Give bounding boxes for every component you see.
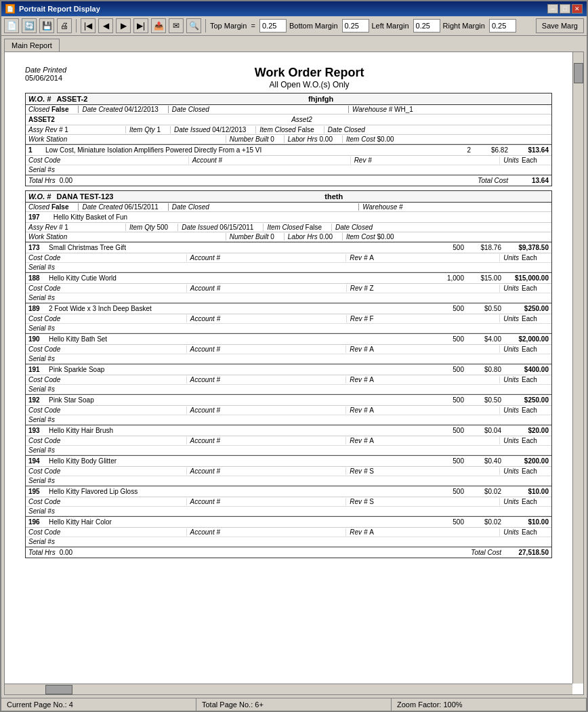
rev-label-1-1: Rev #	[354, 156, 372, 164]
serial-196: Serial #s	[26, 537, 551, 547]
date-created-label-2: Date Created	[82, 203, 124, 211]
item-cost-val-2: $0.00	[377, 233, 394, 240]
bottom-margin-input[interactable]	[342, 19, 369, 33]
total-cost-label-1: Total Cost	[478, 177, 508, 184]
item-num-1-1: 1	[28, 146, 45, 154]
item-detail-192: Cost Code Account # Rev # A Units Each	[26, 406, 551, 415]
top-margin-equals: =	[249, 22, 257, 30]
item-closed-val-1: False	[297, 126, 314, 133]
total-hrs-val-1: 0.00	[60, 177, 72, 184]
item-total-1-1: $13.64	[508, 146, 549, 154]
wo-num-1: ASSET-2	[56, 95, 87, 103]
work-station-label-2: Work Station	[28, 233, 67, 240]
left-margin-label: Left Margin	[372, 22, 409, 30]
prev-page-button[interactable]: ◀	[98, 18, 113, 33]
date-printed-value: 05/06/2014	[25, 74, 66, 82]
email-button[interactable]: ✉	[169, 18, 184, 33]
warehouse-label-1: Warehouse #	[352, 106, 394, 113]
units-val-1-1: Each	[522, 156, 549, 164]
item-detail-191: Cost Code Account # Rev # A Units Each	[26, 375, 551, 385]
assy-rev-label-2: Assy Rev #	[28, 224, 64, 231]
total-hrs-label-1: Total Hrs	[28, 177, 56, 184]
close-button[interactable]: ✕	[572, 4, 583, 14]
serial-194: Serial #s	[26, 476, 551, 486]
item-desc-173: Small Christmas Tree Gift	[49, 244, 437, 251]
export-button[interactable]: 📤	[151, 18, 166, 33]
total-hrs-label-2: Total Hrs	[28, 549, 56, 556]
minimize-button[interactable]: ─	[547, 4, 558, 14]
save-file-button[interactable]: 💾	[39, 18, 54, 33]
item-detail-193: Cost Code Account # Rev # A Units Each	[26, 436, 551, 446]
zoom-status: Zoom Factor: 100%	[392, 698, 587, 711]
item-qty-1-1: 2	[450, 146, 471, 154]
serial-188: Serial #s	[26, 293, 551, 303]
right-margin-group: Right Margin	[443, 19, 516, 33]
labor-hrs-label-2: Labor Hrs	[288, 233, 320, 240]
top-margin-group: Top Margin =	[210, 19, 287, 33]
wo-label-1: W.O. #	[28, 95, 51, 103]
item-row-191: 191 Pink Sparkle Soap 500 $0.80 $400.00	[26, 364, 551, 375]
window-controls: ─ □ ✕	[547, 4, 583, 14]
item-row-196: 196 Hello Kitty Hair Color 500 $0.02 $10…	[26, 516, 551, 528]
report-title-section: Work Order Report All Open W.O.(s) Only	[66, 66, 552, 89]
wo-block-1: W.O. # ASSET-2 fhjnfgh Closed False Date…	[25, 93, 552, 186]
right-margin-input[interactable]	[489, 19, 516, 33]
vertical-scrollbar[interactable]	[572, 52, 583, 684]
labor-hrs-label-1: Labor Hrs	[288, 135, 320, 143]
item-cost-label-1: Item Cost	[346, 135, 377, 143]
asset-label-1: Asset2	[291, 116, 312, 123]
serial-193: Serial #s	[26, 446, 551, 455]
account-label-1-1: Account #	[192, 156, 222, 164]
item-closed-label-2: Item Closed	[267, 224, 305, 231]
closed-val-1: False	[51, 106, 69, 113]
item-detail-173: Cost Code Account # Rev # A Units Each	[26, 253, 551, 263]
new-button[interactable]: 📄	[4, 18, 19, 33]
item-detail-188: Cost Code Account # Rev # Z Units Each	[26, 284, 551, 293]
item-row-195: 195 Hello Kitty Flavored Lip Gloss 500 $…	[26, 486, 551, 497]
item-qty-val-2: 500	[156, 224, 168, 231]
number-built-val-2: 0	[270, 233, 274, 240]
number-built-label-1: Number Built	[230, 135, 271, 143]
assy-rev-val-2: 1	[64, 224, 68, 231]
number-built-val-1: 0	[270, 135, 274, 143]
item-num-173: 173	[28, 244, 49, 251]
item-desc-1-1: Low Cost, Miniature Isolation Amplifiers…	[45, 146, 450, 154]
horizontal-scrollbar-thumb[interactable]	[45, 685, 72, 694]
serial-195: Serial #s	[26, 507, 551, 516]
date-created-val-1: 04/12/2013	[125, 106, 159, 113]
total-cost-label-2: Total Cost	[471, 549, 501, 556]
report-subtitle: All Open W.O.(s) Only	[66, 80, 552, 89]
asset-desc-2: Hello Kitty Basket of Fun	[54, 213, 128, 221]
vertical-scrollbar-thumb[interactable]	[574, 63, 583, 83]
warehouse-val-1: WH_1	[394, 106, 413, 113]
left-margin-input[interactable]	[413, 19, 440, 33]
first-page-button[interactable]: |◀	[81, 18, 96, 33]
date-printed-section: Date Printed 05/06/2014	[25, 66, 66, 89]
maximize-button[interactable]: □	[560, 4, 570, 14]
item-qty-label-1: Item Qty	[129, 126, 157, 133]
next-page-button[interactable]: ▶	[116, 18, 131, 33]
item-cost-val-1: $0.00	[377, 135, 394, 143]
search-button[interactable]: 🔍	[186, 18, 201, 33]
date-created-label-1: Date Created	[82, 106, 124, 113]
item-qty-173: 500	[437, 244, 464, 251]
save-margins-button[interactable]: Save Marg	[536, 18, 584, 33]
horizontal-scrollbar[interactable]	[5, 684, 572, 694]
item-total-173: $9,378.50	[501, 244, 549, 251]
main-report-tab[interactable]: Main Report	[4, 39, 60, 51]
date-issued-label-1: Date Issued	[174, 126, 212, 133]
date-created-val-2: 06/15/2011	[125, 203, 159, 211]
total-page-status: Total Page No.: 6+	[196, 698, 392, 711]
item-detail-194: Cost Code Account # Rev # S Units Each	[26, 467, 551, 476]
last-page-button[interactable]: ▶|	[133, 18, 148, 33]
closed-label-2: Closed	[28, 203, 51, 211]
top-margin-input[interactable]	[259, 19, 287, 33]
wo-num-2: DANA TEST-123	[56, 192, 113, 201]
refresh-button[interactable]: 🔄	[22, 18, 37, 33]
date-issued-label-2: Date Issued	[182, 224, 219, 231]
item-cost-label-2: Item Cost	[346, 233, 377, 240]
print-button[interactable]: 🖨	[57, 18, 72, 33]
item-row-189: 189 2 Foot Wide x 3 Inch Deep Basket 500…	[26, 303, 551, 314]
separator-1	[76, 19, 77, 33]
top-margin-label: Top Margin	[210, 22, 247, 30]
